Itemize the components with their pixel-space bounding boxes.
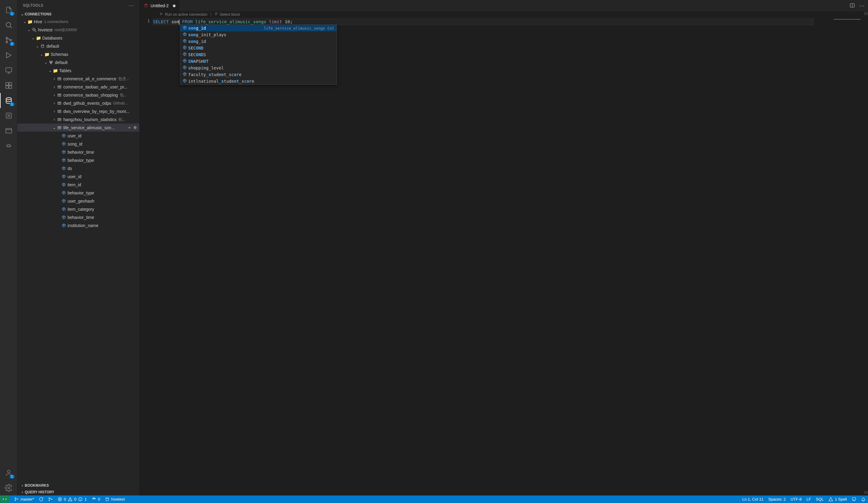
minimap[interactable] bbox=[832, 17, 868, 495]
source-control-icon[interactable]: 2 bbox=[0, 33, 18, 48]
column-row[interactable]: item_category bbox=[18, 205, 140, 213]
run-codelens[interactable]: Run on active connection bbox=[165, 12, 207, 17]
magnify-icon[interactable]: ⊕ bbox=[133, 125, 137, 130]
svg-point-1 bbox=[6, 38, 7, 39]
table-row[interactable]: commerce_taobao_shopping包... bbox=[18, 91, 140, 99]
accounts-icon[interactable]: 1 bbox=[0, 465, 18, 480]
tok-limit: limit bbox=[269, 19, 282, 24]
column-row[interactable]: song_id bbox=[18, 140, 140, 148]
column-row[interactable]: user_geohash bbox=[18, 197, 140, 205]
extensions-icon[interactable] bbox=[0, 78, 18, 93]
column-icon bbox=[61, 215, 66, 219]
line-number-1: 1 bbox=[140, 18, 150, 23]
sync-status[interactable] bbox=[37, 495, 46, 503]
language-status[interactable]: SQL bbox=[814, 497, 826, 502]
column-row[interactable]: behavior_type bbox=[18, 189, 140, 197]
editor-area: Untitled-2 ⋯ Run on active connection | … bbox=[140, 0, 868, 495]
completion-kind-icon bbox=[183, 46, 188, 50]
table-row[interactable]: dws_overview_by_repo_by_mont... bbox=[18, 107, 140, 115]
tree-schemas[interactable]: 📁 Schemas bbox=[18, 50, 140, 58]
indent-status[interactable]: Spaces: 2 bbox=[766, 497, 788, 502]
notifications-icon[interactable] bbox=[859, 497, 868, 502]
sqltools-icon[interactable]: 1 bbox=[0, 93, 18, 108]
svg-point-9 bbox=[6, 98, 11, 100]
add-icon[interactable]: ＋ bbox=[127, 125, 132, 130]
connections-section-header[interactable]: CONNECTIONS bbox=[18, 11, 140, 18]
completion-item[interactable]: shopping_level bbox=[180, 64, 337, 71]
table-row[interactable]: life_service_alimusic_son...＋⊕ bbox=[18, 123, 140, 132]
completion-item[interactable]: SNAPSHOT bbox=[180, 58, 337, 64]
table-row[interactable]: commerce_ali_e_commerce包含... bbox=[18, 74, 140, 83]
extra-panel-icon-1[interactable] bbox=[0, 108, 18, 123]
tree-hive[interactable]: 📁 Hive 1 connections bbox=[18, 18, 140, 26]
tree-tables[interactable]: 📁 Tables bbox=[18, 67, 140, 74]
svg-rect-22 bbox=[58, 102, 61, 104]
column-row[interactable]: user_id bbox=[18, 172, 140, 181]
table-row[interactable]: hangzhou_tourism_statistics杭... bbox=[18, 115, 140, 123]
settings-gear-icon[interactable] bbox=[0, 480, 18, 495]
extra-panel-icon-3[interactable] bbox=[0, 138, 18, 153]
table-icon bbox=[57, 118, 62, 122]
column-row[interactable]: institution_name bbox=[18, 221, 140, 230]
completion-item[interactable]: faculty_student_score bbox=[180, 71, 337, 78]
feedback-icon[interactable] bbox=[849, 497, 859, 502]
cursor-position[interactable]: Ln 1, Col 11 bbox=[740, 497, 766, 502]
table-name: commerce_ali_e_commerce bbox=[63, 77, 116, 81]
table-name: dws_overview_by_repo_by_mont... bbox=[63, 109, 130, 114]
extra-panel-icon-2[interactable] bbox=[0, 123, 18, 138]
eol-status[interactable]: LF bbox=[804, 497, 814, 502]
svg-point-0 bbox=[6, 22, 11, 27]
completion-item[interactable]: intlnational_student_score bbox=[180, 78, 337, 84]
code-editor[interactable]: SELECT son FROM life_service_alimusic_so… bbox=[153, 17, 868, 495]
run-codelens-icon[interactable] bbox=[159, 12, 163, 17]
branch-status[interactable]: master* bbox=[12, 495, 37, 503]
sidebar-more-icon[interactable]: ⋯ bbox=[129, 3, 134, 9]
connection-status[interactable]: hivetest bbox=[103, 495, 127, 503]
remote-explorer-icon[interactable] bbox=[0, 63, 18, 78]
ports-status[interactable]: 0 bbox=[89, 495, 103, 503]
tree-hivetest[interactable]: 🔌 hivetest root@10000/ bbox=[18, 26, 140, 34]
spell-status[interactable]: 1 Spell bbox=[826, 497, 849, 502]
problems-status[interactable]: 0 0 1 bbox=[55, 495, 89, 503]
table-row[interactable]: dwd_github_events_odpsGithub... bbox=[18, 99, 140, 107]
tab-untitled-2[interactable]: Untitled-2 bbox=[140, 0, 180, 11]
editor-more-icon[interactable]: ⋯ bbox=[859, 2, 865, 9]
tree-db-default[interactable]: default bbox=[18, 42, 140, 50]
column-row[interactable]: item_id bbox=[18, 181, 140, 189]
tree-schema-default[interactable]: default bbox=[18, 58, 140, 67]
select-block-codelens[interactable]: Select block bbox=[220, 12, 240, 17]
history-section-header[interactable]: QUERY HISTORY bbox=[18, 489, 140, 495]
completion-kind-icon bbox=[183, 52, 188, 57]
completion-kind-icon bbox=[183, 26, 188, 30]
completion-item[interactable]: SECONDS bbox=[180, 51, 337, 58]
svg-rect-4 bbox=[6, 68, 12, 72]
svg-rect-11 bbox=[6, 128, 12, 133]
column-row[interactable]: user_id bbox=[18, 132, 140, 140]
column-row[interactable]: behavior_time bbox=[18, 148, 140, 156]
column-name: behavior_time bbox=[68, 215, 94, 220]
completion-item[interactable]: song_idlife_service_alimusic_songs Col bbox=[180, 25, 337, 31]
completion-item[interactable]: song_id bbox=[180, 38, 337, 45]
bookmarks-section-header[interactable]: BOOKMARKS bbox=[18, 482, 140, 489]
tree-databases[interactable]: 📁 Databases bbox=[18, 34, 140, 42]
completion-item[interactable]: song_init_plays bbox=[180, 31, 337, 38]
table-row[interactable]: commerce_taobao_adv_user_pr... bbox=[18, 83, 140, 91]
run-debug-icon[interactable] bbox=[0, 48, 18, 63]
completion-item[interactable]: SECOND bbox=[180, 45, 337, 51]
completion-kind-icon bbox=[183, 32, 188, 37]
table-name: commerce_taobao_shopping bbox=[63, 93, 118, 98]
column-row[interactable]: behavior_time bbox=[18, 213, 140, 221]
search-icon[interactable] bbox=[0, 18, 18, 33]
completion-label: SNAPSHOT bbox=[188, 59, 334, 64]
vertical-scrollbar[interactable] bbox=[864, 12, 868, 494]
select-block-icon[interactable] bbox=[215, 12, 218, 17]
column-name: ds bbox=[68, 166, 72, 171]
remote-indicator[interactable] bbox=[0, 495, 9, 503]
table-name: commerce_taobao_adv_user_pr... bbox=[63, 84, 127, 89]
encoding-status[interactable]: UTF-8 bbox=[788, 497, 804, 502]
git-graph-icon[interactable] bbox=[46, 495, 55, 503]
column-row[interactable]: ds bbox=[18, 164, 140, 172]
column-row[interactable]: behavior_type bbox=[18, 156, 140, 164]
split-editor-icon[interactable] bbox=[850, 3, 855, 9]
explorer-icon[interactable]: 1 bbox=[0, 2, 18, 18]
